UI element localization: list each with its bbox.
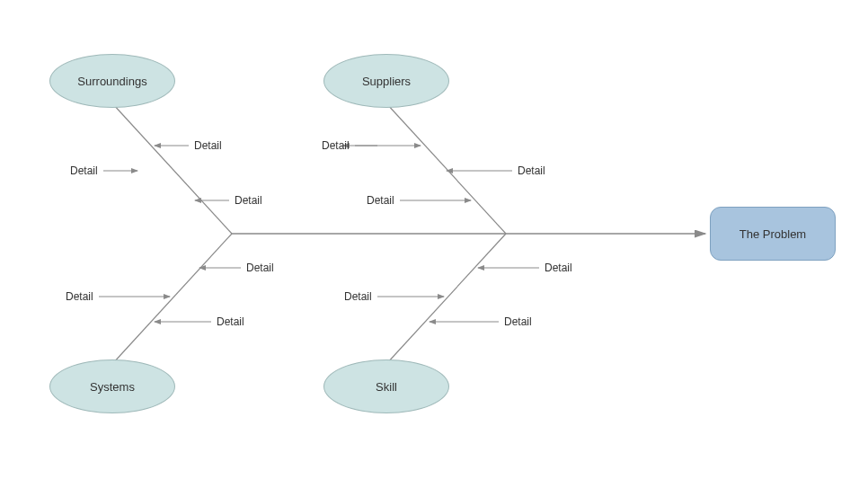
detail-label: Detail: [545, 262, 572, 274]
cause-systems[interactable]: Systems: [49, 359, 175, 413]
detail-label: Detail: [217, 315, 244, 328]
cause-surroundings[interactable]: Surroundings: [49, 54, 175, 108]
svg-line-4: [386, 234, 506, 364]
cause-label: Skill: [376, 380, 397, 394]
cause-label: Systems: [90, 380, 135, 394]
detail-label: Detail: [194, 139, 222, 152]
detail-label: Detail: [246, 262, 274, 274]
detail-label: Detail: [66, 290, 93, 303]
cause-suppliers[interactable]: Suppliers: [323, 54, 449, 108]
cause-skill[interactable]: Skill: [323, 359, 449, 413]
detail-label: Detail: [344, 290, 372, 303]
detail-label: Detail: [322, 139, 350, 152]
detail-label: Detail: [504, 315, 532, 328]
cause-label: Suppliers: [362, 75, 411, 88]
svg-line-3: [112, 234, 232, 364]
detail-label: Detail: [367, 194, 394, 207]
detail-label: Detail: [235, 194, 262, 207]
problem-box[interactable]: The Problem: [710, 207, 836, 261]
cause-label: Surroundings: [77, 75, 146, 88]
svg-line-2: [386, 103, 506, 234]
svg-line-1: [112, 103, 232, 234]
detail-label: Detail: [70, 164, 98, 177]
problem-label: The Problem: [740, 227, 806, 241]
detail-label: Detail: [518, 164, 545, 177]
